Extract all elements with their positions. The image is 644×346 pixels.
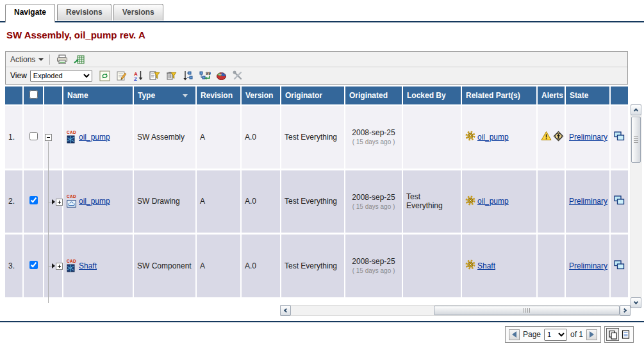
next-page-button[interactable]: [586, 329, 597, 340]
svg-text:Z: Z: [134, 76, 137, 81]
tab-navigate[interactable]: Navigate: [5, 4, 55, 22]
actions-label: Actions: [10, 55, 35, 64]
table-row: 2. CAD oil_pum: [5, 169, 628, 233]
state-link[interactable]: Preliminary: [569, 133, 607, 142]
single-page-view-icon[interactable]: [619, 328, 632, 341]
row-checkbox[interactable]: [29, 132, 38, 140]
name-link[interactable]: oil_pump: [79, 133, 110, 142]
cad-label: CAD: [67, 260, 76, 264]
header-type-label: Type: [138, 91, 155, 100]
open-window-icon[interactable]: [614, 134, 625, 143]
refresh-icon[interactable]: [99, 70, 111, 81]
warning-icon[interactable]: [541, 131, 552, 143]
header-version[interactable]: Version: [241, 86, 281, 105]
type-cell: SW Assembly: [133, 105, 196, 169]
scroll-left-button[interactable]: [280, 305, 291, 316]
cad-part-icon: CAD: [67, 260, 76, 273]
cad-label: CAD: [67, 195, 76, 199]
state-link[interactable]: Preliminary: [569, 261, 607, 270]
open-window-icon[interactable]: [614, 263, 625, 272]
export-table-icon[interactable]: [72, 54, 85, 65]
header-type[interactable]: Type: [133, 86, 196, 105]
row-number: 1.: [5, 105, 23, 169]
originated-date: 2008-sep-25: [349, 128, 399, 137]
cad-label: CAD: [67, 131, 76, 135]
renumber-icon[interactable]: 99: [199, 70, 211, 81]
chart-icon[interactable]: [215, 70, 228, 81]
expand-node-icon[interactable]: [56, 263, 63, 270]
row-number: 2.: [5, 169, 23, 233]
related-part-link[interactable]: oil_pump: [477, 133, 509, 142]
tab-revisions[interactable]: Revisions: [57, 4, 111, 21]
scroll-up-button[interactable]: [631, 104, 641, 115]
page-label: Page: [523, 330, 541, 339]
remove-filter-icon[interactable]: [165, 70, 178, 81]
header-state[interactable]: State: [565, 86, 610, 105]
header-actions: [610, 86, 628, 105]
type-cell: SW Component: [133, 233, 196, 297]
chevron-down-icon: [38, 58, 44, 61]
svg-text:99: 99: [206, 71, 211, 76]
revision-cell: A: [196, 105, 241, 169]
cad-drawing-icon: CAD: [67, 195, 76, 208]
header-locked-by[interactable]: Locked By: [402, 86, 461, 105]
expand-node-icon[interactable]: [56, 199, 63, 206]
header-revision[interactable]: Revision: [196, 86, 241, 105]
structure-table: Name Type Revision Version Originator Or…: [5, 86, 628, 297]
multi-page-view-icon[interactable]: [606, 328, 619, 341]
change-alert-icon[interactable]: [553, 131, 564, 144]
collapse-node-icon[interactable]: [45, 134, 52, 141]
filter-icon[interactable]: [149, 70, 161, 81]
page-select[interactable]: 1: [544, 329, 567, 341]
alerts-cell: [537, 233, 565, 297]
sort-descending-icon: [183, 94, 188, 97]
scroll-right-button[interactable]: [620, 305, 631, 316]
gear-icon: [465, 195, 475, 208]
originated-ago: ( 15 days ago ): [349, 138, 399, 145]
version-cell: A.0: [241, 233, 281, 297]
printer-icon[interactable]: [56, 54, 69, 65]
actions-menu-button[interactable]: Actions: [10, 55, 44, 64]
version-cell: A.0: [241, 105, 281, 169]
originated-ago: ( 15 days ago ): [349, 203, 399, 210]
sort-structure-icon[interactable]: [182, 70, 195, 81]
header-index: [5, 86, 23, 105]
header-originated[interactable]: Originated: [345, 86, 402, 105]
header-tree: [44, 86, 63, 105]
horizontal-scrollbar[interactable]: [280, 305, 631, 316]
header-name[interactable]: Name: [63, 86, 133, 105]
tab-versions[interactable]: Versions: [113, 4, 163, 21]
related-part-link[interactable]: oil_pump: [477, 197, 509, 206]
plm-structure-window: Navigate Revisions Versions SW Assembly,…: [0, 0, 644, 346]
footer-divider: [0, 321, 644, 322]
name-link[interactable]: Shaft: [79, 261, 97, 270]
scroll-down-button[interactable]: [631, 297, 641, 308]
table-row: 1. CAD oil_pump: [5, 105, 628, 169]
state-link[interactable]: Preliminary: [569, 197, 607, 206]
name-link[interactable]: oil_pump: [79, 197, 110, 206]
cad-assembly-icon: CAD: [67, 131, 76, 144]
table-row: 3. CAD Shaft: [5, 233, 628, 297]
previous-page-button[interactable]: [509, 329, 520, 340]
horizontal-scroll-thumb[interactable]: [434, 306, 620, 315]
vertical-scrollbar[interactable]: [631, 104, 641, 308]
vertical-scroll-thumb[interactable]: [631, 117, 641, 163]
actions-row: Actions: [6, 52, 627, 67]
revision-cell: A: [196, 233, 241, 297]
view-label: View: [10, 71, 27, 80]
tree-line: [48, 233, 49, 303]
row-checkbox[interactable]: [29, 196, 38, 204]
view-select[interactable]: Exploded: [30, 70, 92, 82]
header-alerts[interactable]: Alerts: [537, 86, 565, 105]
sort-az-icon[interactable]: AZ: [132, 70, 145, 81]
edit-icon[interactable]: [115, 70, 128, 81]
view-mode-buttons: [604, 326, 634, 343]
select-all-checkbox[interactable]: [29, 90, 38, 99]
related-part-link[interactable]: Shaft: [477, 261, 495, 270]
row-number: 3.: [5, 233, 23, 297]
header-related-parts[interactable]: Related Part(s): [461, 86, 537, 105]
open-window-icon[interactable]: [614, 198, 625, 207]
row-checkbox[interactable]: [29, 261, 38, 269]
tools-icon[interactable]: [232, 70, 245, 81]
header-originator[interactable]: Originator: [281, 86, 345, 105]
